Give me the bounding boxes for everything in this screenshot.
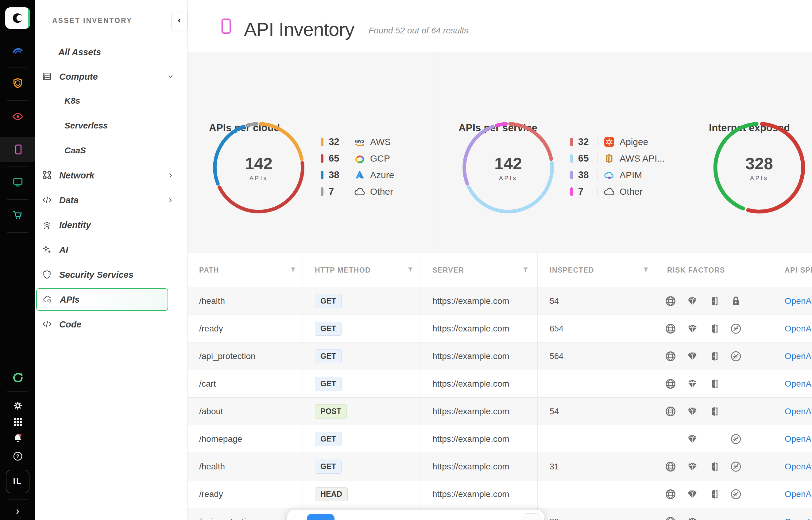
app-logo[interactable] [5, 7, 30, 29]
path-cell: /health [199, 296, 225, 306]
inspected-cell: 54 [550, 296, 559, 306]
wasp-icon [730, 461, 742, 472]
chevron-right-icon[interactable] [168, 197, 174, 203]
results-count: Found 52 out of 64 results [369, 26, 468, 35]
table-row[interactable]: /cartGEThttps://example.comOpenAPI [188, 370, 812, 398]
server-cell: https://example.com [433, 324, 510, 334]
rail-item-workloads[interactable] [0, 171, 35, 194]
donut-chart [458, 117, 559, 218]
api-spec-link[interactable]: OpenAPI [785, 407, 812, 416]
aws-icon [353, 136, 366, 148]
table-row[interactable]: /readyGEThttps://example.com654OpenAPI [188, 315, 812, 342]
donut-segment [460, 119, 557, 216]
filter-icon[interactable] [289, 266, 297, 274]
divider [7, 133, 28, 133]
server-cell: https://example.com [433, 462, 510, 472]
sidebar-item-data[interactable]: Data [36, 189, 180, 211]
sidebar-item-all-assets[interactable]: All Assets [36, 41, 180, 63]
column-header-server: SERVER [433, 253, 464, 287]
sidebar-item-identity[interactable]: Identity [36, 214, 180, 236]
globe-icon [665, 323, 676, 335]
gem-icon [687, 461, 698, 472]
table-row[interactable]: /api_protectionGEThttps://example.com564… [188, 342, 812, 370]
api-spec-link[interactable]: OpenAPI [785, 517, 812, 520]
http-method-badge: HEAD [315, 487, 348, 501]
rail-item-posture[interactable] [0, 39, 35, 62]
globe-icon [665, 461, 676, 472]
sidebar-collapse-button[interactable]: ‹ [171, 12, 188, 30]
server-cell: https://example.com [433, 434, 510, 444]
table-row[interactable]: /homepageGEThttps://example.comOpenAPI [188, 425, 812, 453]
column-header-risk-factors: RISK FACTORS [667, 253, 725, 287]
primary-action-button[interactable] [307, 514, 335, 520]
azure-icon [353, 169, 366, 181]
gem-icon [687, 516, 698, 520]
legend-item: 7Other [570, 183, 665, 200]
api-spec-link[interactable]: OpenAPI [785, 379, 812, 389]
rail-item-supply-chain[interactable] [0, 204, 35, 227]
divider [7, 166, 28, 166]
sidebar-item-compute[interactable]: Compute [36, 66, 180, 88]
rail-item-protection[interactable] [0, 72, 35, 95]
sidebar-item-serverless[interactable]: Serverless [36, 115, 180, 137]
aws-gateway-icon [603, 152, 615, 165]
legend-color-tick [570, 138, 573, 146]
legend-value: 65 [578, 153, 595, 164]
divider [7, 499, 28, 499]
gear-icon [12, 399, 24, 412]
gem-icon [687, 350, 698, 362]
filter-icon[interactable] [407, 266, 414, 274]
legend-color-tick [321, 171, 323, 179]
sidebar-item-ai[interactable]: AI [36, 239, 180, 261]
inspected-cell: 564 [550, 352, 563, 361]
sidebar-item-apis[interactable]: APIs [36, 288, 168, 311]
filter-icon[interactable] [642, 266, 650, 274]
legend-label: GCP [370, 153, 390, 164]
api-spec-link[interactable]: OpenAPI [785, 489, 812, 499]
user-initials-button[interactable]: IL [6, 470, 29, 493]
rail-item-ring-logo[interactable] [0, 366, 35, 389]
table-row[interactable]: /healthGEThttps://example.com31OpenAPI [188, 453, 812, 480]
api-spec-link[interactable]: OpenAPI [785, 434, 812, 444]
rail-item-help[interactable] [0, 445, 35, 468]
table-row[interactable]: /aboutPOSThttps://example.com54OpenAPI [188, 398, 812, 425]
gem-icon [687, 488, 698, 500]
rail-item-apis[interactable] [0, 137, 35, 162]
legend-value: 65 [329, 153, 346, 164]
legend-item: 65GCP [321, 150, 394, 167]
chevron-down-icon[interactable] [168, 74, 174, 80]
gem-icon [687, 406, 698, 417]
code-brackets-icon [42, 195, 52, 205]
path-cell: /ready [199, 324, 223, 334]
logo-accent-stripe [28, 7, 30, 29]
divider [7, 391, 28, 392]
divider [7, 199, 28, 200]
api-spec-link[interactable]: OpenAPI [785, 324, 812, 334]
table-row[interactable]: /healthGEThttps://example.com54OpenAPI [188, 287, 812, 315]
sidebar-item-k8s[interactable]: K8s [36, 90, 180, 112]
api-spec-link[interactable]: OpenAPI [785, 296, 812, 306]
table-row[interactable]: /readyHEADhttps://example.comOpenAPI [188, 480, 812, 508]
server-cell: https://example.com [433, 407, 510, 416]
sidebar-item-network[interactable]: Network [36, 164, 180, 186]
http-method-badge: GET [315, 294, 342, 308]
rail-expand-chevron[interactable]: › [0, 505, 35, 517]
sidebar-item-code[interactable]: Code [36, 313, 180, 335]
divider [597, 171, 597, 180]
filter-icon[interactable] [522, 266, 530, 274]
chevron-right-icon[interactable] [168, 172, 174, 178]
sidebar-item-caas[interactable]: CaaS [36, 139, 180, 162]
sidebar-title: ASSET INVENTORY [52, 17, 132, 25]
api-spec-link[interactable]: OpenAPI [785, 462, 812, 472]
divider [7, 232, 28, 233]
legend-value: 38 [578, 170, 595, 181]
secondary-action-button[interactable] [523, 513, 540, 520]
main-content: API Inventory Found 52 out of 64 results… [188, 0, 812, 520]
wasp-icon [730, 488, 742, 500]
divider [348, 171, 348, 180]
divider [7, 67, 28, 68]
api-spec-link[interactable]: OpenAPI [785, 352, 812, 361]
sidebar-item-security-services[interactable]: Security Services [36, 264, 180, 286]
inspected-cell: 31 [550, 462, 559, 471]
rail-item-detection[interactable] [0, 105, 35, 128]
